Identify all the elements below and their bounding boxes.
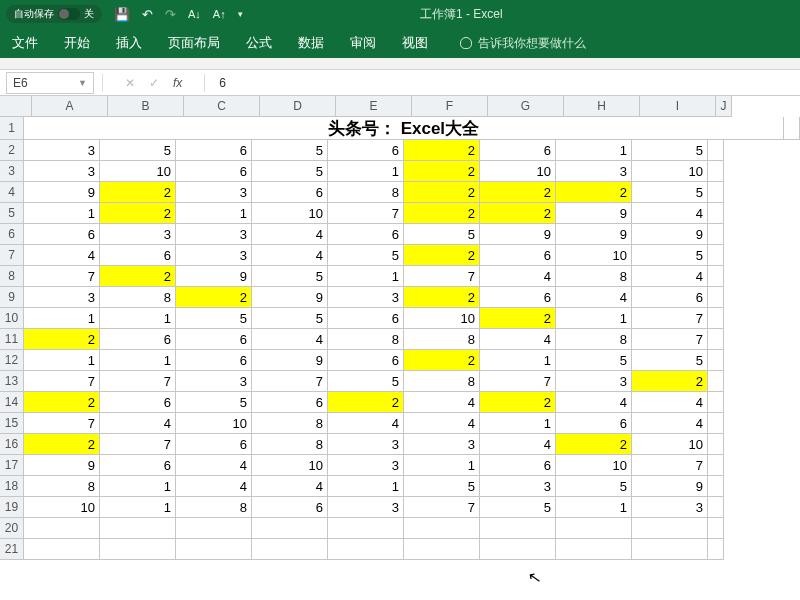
- cell[interactable]: 4: [632, 266, 708, 287]
- cell[interactable]: 2: [328, 392, 404, 413]
- cell[interactable]: 2: [24, 392, 100, 413]
- cell[interactable]: 8: [404, 329, 480, 350]
- tab-数据[interactable]: 数据: [296, 30, 326, 56]
- cell[interactable]: 2: [480, 203, 556, 224]
- cell[interactable]: [404, 539, 480, 560]
- cell[interactable]: 6: [632, 287, 708, 308]
- cell[interactable]: 7: [252, 371, 328, 392]
- cell[interactable]: 7: [632, 455, 708, 476]
- cell[interactable]: 6: [480, 140, 556, 161]
- cell[interactable]: [708, 329, 724, 350]
- cell[interactable]: 2: [24, 434, 100, 455]
- cell[interactable]: 3: [176, 371, 252, 392]
- cell[interactable]: 2: [404, 182, 480, 203]
- cell[interactable]: [404, 518, 480, 539]
- cell[interactable]: 3: [176, 182, 252, 203]
- cell[interactable]: [708, 140, 724, 161]
- cell[interactable]: 6: [328, 140, 404, 161]
- select-all-corner[interactable]: [0, 96, 32, 117]
- cell[interactable]: 3: [556, 161, 632, 182]
- cell[interactable]: 10: [404, 308, 480, 329]
- cell[interactable]: 7: [404, 266, 480, 287]
- cell[interactable]: 2: [404, 350, 480, 371]
- cell[interactable]: 8: [252, 413, 328, 434]
- cell[interactable]: 2: [404, 140, 480, 161]
- cell[interactable]: 5: [252, 140, 328, 161]
- cell[interactable]: 3: [480, 476, 556, 497]
- col-header-B[interactable]: B: [108, 96, 184, 117]
- cell[interactable]: [708, 224, 724, 245]
- cell[interactable]: 4: [632, 203, 708, 224]
- cell[interactable]: 8: [252, 434, 328, 455]
- cell[interactable]: 9: [556, 203, 632, 224]
- name-box[interactable]: E6 ▼: [6, 72, 94, 94]
- cell[interactable]: 2: [176, 287, 252, 308]
- cell[interactable]: 2: [24, 329, 100, 350]
- cell[interactable]: 3: [176, 245, 252, 266]
- cell[interactable]: 3: [24, 140, 100, 161]
- col-header-E[interactable]: E: [336, 96, 412, 117]
- row-header-20[interactable]: 20: [0, 518, 24, 539]
- cell[interactable]: [24, 539, 100, 560]
- col-header-D[interactable]: D: [260, 96, 336, 117]
- spreadsheet-grid[interactable]: ABCDEFGHIJ 12345678910111213141516171819…: [0, 96, 800, 560]
- col-header-C[interactable]: C: [184, 96, 260, 117]
- cell[interactable]: 3: [24, 287, 100, 308]
- cell[interactable]: 5: [632, 182, 708, 203]
- cell[interactable]: 1: [556, 497, 632, 518]
- cell[interactable]: [100, 539, 176, 560]
- cell[interactable]: 4: [252, 476, 328, 497]
- cell[interactable]: 8: [24, 476, 100, 497]
- formula-input[interactable]: 6: [213, 76, 800, 90]
- cell[interactable]: 5: [404, 224, 480, 245]
- cell[interactable]: 2: [480, 308, 556, 329]
- cell[interactable]: 4: [328, 413, 404, 434]
- cell[interactable]: 9: [252, 350, 328, 371]
- cell[interactable]: 3: [328, 455, 404, 476]
- cell[interactable]: 7: [632, 308, 708, 329]
- col-header-A[interactable]: A: [32, 96, 108, 117]
- row-header-4[interactable]: 4: [0, 182, 24, 203]
- cell[interactable]: 3: [404, 434, 480, 455]
- cell[interactable]: 5: [404, 476, 480, 497]
- cell[interactable]: 4: [480, 329, 556, 350]
- row-header-18[interactable]: 18: [0, 476, 24, 497]
- cell[interactable]: 8: [328, 182, 404, 203]
- cell[interactable]: [784, 117, 800, 140]
- cell[interactable]: 2: [632, 371, 708, 392]
- cell[interactable]: 9: [632, 224, 708, 245]
- cell[interactable]: 6: [176, 161, 252, 182]
- cell[interactable]: 4: [404, 413, 480, 434]
- cell[interactable]: 5: [252, 266, 328, 287]
- col-header-H[interactable]: H: [564, 96, 640, 117]
- cell[interactable]: [708, 266, 724, 287]
- cell[interactable]: [708, 497, 724, 518]
- cell[interactable]: 6: [100, 455, 176, 476]
- cell[interactable]: 3: [556, 371, 632, 392]
- cell[interactable]: 10: [632, 434, 708, 455]
- confirm-icon[interactable]: ✓: [149, 76, 159, 90]
- row-header-2[interactable]: 2: [0, 140, 24, 161]
- cell[interactable]: 3: [100, 224, 176, 245]
- cell[interactable]: 5: [328, 371, 404, 392]
- cell[interactable]: 3: [632, 497, 708, 518]
- cell[interactable]: [708, 413, 724, 434]
- cell[interactable]: [632, 518, 708, 539]
- tab-视图[interactable]: 视图: [400, 30, 430, 56]
- cell[interactable]: 7: [100, 371, 176, 392]
- row-header-11[interactable]: 11: [0, 329, 24, 350]
- cell[interactable]: 7: [632, 329, 708, 350]
- sort-asc-icon[interactable]: A↓: [188, 8, 201, 20]
- cell[interactable]: 6: [176, 329, 252, 350]
- cell[interactable]: 1: [24, 308, 100, 329]
- cell[interactable]: [708, 203, 724, 224]
- cell[interactable]: 1: [100, 350, 176, 371]
- col-header-F[interactable]: F: [412, 96, 488, 117]
- row-header-8[interactable]: 8: [0, 266, 24, 287]
- cell[interactable]: [708, 308, 724, 329]
- cell[interactable]: 10: [556, 245, 632, 266]
- sheet-title[interactable]: 头条号： Excel大全: [24, 117, 784, 140]
- cell[interactable]: 2: [404, 161, 480, 182]
- cell[interactable]: 4: [556, 287, 632, 308]
- cell[interactable]: 1: [100, 476, 176, 497]
